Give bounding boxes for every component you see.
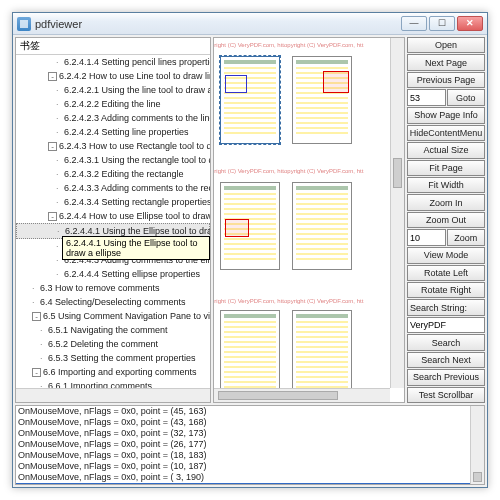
- tree-node[interactable]: ·6.2.4.4.4 Setting ellipse properties: [16, 267, 210, 281]
- search-string-label: Search String:: [407, 299, 485, 315]
- log-vscrollbar[interactable]: [470, 406, 484, 484]
- zoom-in-button[interactable]: Zoom In: [407, 194, 485, 210]
- log-line[interactable]: OnMouseMove, nFlags = 0x0, point = (18, …: [16, 450, 484, 461]
- tree-expand-icon[interactable]: -: [48, 72, 57, 81]
- tree-leaf-icon: ·: [40, 379, 48, 388]
- zoom-input[interactable]: 10: [407, 229, 446, 246]
- search-button[interactable]: Search: [407, 334, 485, 350]
- tree-node[interactable]: ·6.5.2 Deleting the comment: [16, 337, 210, 351]
- doc-hscrollbar[interactable]: [214, 388, 390, 402]
- tree-node[interactable]: -6.2.4.3 How to use Rectangle tool to dr…: [16, 139, 210, 153]
- log-line[interactable]: OnMouseMove, nFlags = 0x0, point = (10, …: [16, 461, 484, 472]
- watermark-text: pyright (C) VeryPDF.com, httopyright (C)…: [214, 298, 363, 304]
- app-icon: [17, 17, 31, 31]
- minimize-button[interactable]: —: [401, 16, 427, 31]
- tree-node[interactable]: ·6.2.4.3.2 Editing the rectangle: [16, 167, 210, 181]
- page-thumbnail[interactable]: [220, 310, 280, 398]
- page-number-input[interactable]: 53: [407, 89, 446, 106]
- tree-node[interactable]: ·6.2.4.2.1 Using the line tool to draw a…: [16, 83, 210, 97]
- tree-leaf-icon: ·: [56, 83, 64, 97]
- page-thumbnail[interactable]: [292, 56, 352, 144]
- tree-node[interactable]: ·6.2.4.2.2 Editing the line: [16, 97, 210, 111]
- search-next-button[interactable]: Search Next: [407, 352, 485, 368]
- test-scrollbar-button[interactable]: Test Scrollbar: [407, 387, 485, 403]
- watermark-text: pyright (C) VeryPDF.com, httopyright (C)…: [214, 42, 363, 48]
- document-view[interactable]: pyright (C) VeryPDF.com, httopyright (C)…: [213, 37, 405, 403]
- goto-button[interactable]: Goto: [447, 89, 486, 106]
- tree-node[interactable]: -6.2.4.4 How to use Ellipse tool to draw…: [16, 209, 210, 223]
- fit-width-button[interactable]: Fit Width: [407, 177, 485, 193]
- tree-node[interactable]: -6.6 Importing and exporting comments: [16, 365, 210, 379]
- log-line[interactable]: OnMouseMove, nFlags = 0x0, point = (32, …: [16, 428, 484, 439]
- tree-leaf-icon: ·: [56, 111, 64, 125]
- tree-leaf-icon: ·: [56, 97, 64, 111]
- tree-leaf-icon: ·: [56, 167, 64, 181]
- window-title: pdfviewer: [35, 18, 401, 30]
- search-input[interactable]: VeryPDF: [407, 317, 485, 333]
- close-button[interactable]: ✕: [457, 16, 483, 31]
- tree-node[interactable]: ·6.2.4.2.3 Adding comments to the line: [16, 111, 210, 125]
- tree-leaf-icon: ·: [40, 323, 48, 337]
- open-button[interactable]: Open: [407, 37, 485, 53]
- page-thumbnail[interactable]: [292, 310, 352, 398]
- titlebar[interactable]: pdfviewer — ☐ ✕: [13, 13, 487, 35]
- tree-expand-icon[interactable]: -: [32, 368, 41, 377]
- tree-leaf-icon: ·: [56, 267, 64, 281]
- view-mode-button[interactable]: View Mode: [407, 247, 485, 263]
- tree-node[interactable]: ·6.2.4.2.4 Setting line properties: [16, 125, 210, 139]
- maximize-button[interactable]: ☐: [429, 16, 455, 31]
- tree-leaf-icon: ·: [56, 181, 64, 195]
- tree-node[interactable]: ·6.5.3 Setting the comment properties: [16, 351, 210, 365]
- tree-leaf-icon: ·: [56, 125, 64, 139]
- tree-node[interactable]: ·6.2.4.3.4 Setting rectangle properties: [16, 195, 210, 209]
- tooltip: 6.2.4.4.1 Using the Ellipse tool to draw…: [62, 236, 210, 260]
- tree-node[interactable]: -6.2.4.2 How to use Line tool to draw li…: [16, 69, 210, 83]
- search-previous-button[interactable]: Search Previous: [407, 369, 485, 385]
- tree-node[interactable]: -6.5 Using Comment Navigation Pane to vi…: [16, 309, 210, 323]
- hide-content-menu-button[interactable]: HideContentMenu: [407, 125, 485, 141]
- tree-expand-icon[interactable]: -: [32, 312, 41, 321]
- tree-node[interactable]: ·6.2.4.1.4 Setting pencil lines properti…: [16, 55, 210, 69]
- zoom-out-button[interactable]: Zoom Out: [407, 212, 485, 228]
- tree-node[interactable]: ·6.2.4.3.3 Adding comments to the recta: [16, 181, 210, 195]
- log-line[interactable]: OnMouseMove, nFlags = 0x0, point = (45, …: [16, 406, 484, 417]
- log-line[interactable]: OnMouseMove, nFlags = 0x0, point = ( 3, …: [16, 472, 484, 483]
- tree-node[interactable]: ·6.6.1 Importing comments: [16, 379, 210, 388]
- tree-node[interactable]: ·6.5.1 Navigating the comment: [16, 323, 210, 337]
- app-window: pdfviewer — ☐ ✕ 书签 ·6.2.4.1.4 Setting pe…: [12, 12, 488, 488]
- tree-leaf-icon: ·: [56, 153, 64, 167]
- tree-leaf-icon: ·: [56, 195, 64, 209]
- tree-expand-icon[interactable]: -: [48, 212, 57, 221]
- doc-vscrollbar[interactable]: [390, 38, 404, 388]
- watermark-text: pyright (C) VeryPDF.com, httopyright (C)…: [214, 168, 363, 174]
- previous-page-button[interactable]: Previous Page: [407, 72, 485, 88]
- actual-size-button[interactable]: Actual Size: [407, 142, 485, 158]
- tree-leaf-icon: ·: [40, 337, 48, 351]
- client-area: 书签 ·6.2.4.1.4 Setting pencil lines prope…: [13, 35, 487, 487]
- log-line[interactable]: OnMouseMove, nFlags = 0x0, point = (26, …: [16, 439, 484, 450]
- tree-node[interactable]: ·6.3 How to remove comments: [16, 281, 210, 295]
- page-thumbnail[interactable]: [292, 182, 352, 270]
- bookmark-tab[interactable]: 书签: [16, 38, 210, 55]
- tree-leaf-icon: ·: [40, 351, 48, 365]
- tree-expand-icon[interactable]: -: [48, 142, 57, 151]
- bookmark-panel: 书签 ·6.2.4.1.4 Setting pencil lines prope…: [15, 37, 211, 403]
- fit-page-button[interactable]: Fit Page: [407, 160, 485, 176]
- page-thumbnail[interactable]: [220, 182, 280, 270]
- page-thumbnail[interactable]: [220, 56, 280, 144]
- rotate-right-button[interactable]: Rotate Right: [407, 282, 485, 298]
- tree-leaf-icon: ·: [32, 281, 40, 295]
- tree-node[interactable]: ·6.2.4.3.1 Using the rectangle tool to d…: [16, 153, 210, 167]
- rotate-left-button[interactable]: Rotate Left: [407, 265, 485, 281]
- bookmark-tree[interactable]: ·6.2.4.1.4 Setting pencil lines properti…: [16, 55, 210, 388]
- tree-node[interactable]: ·6.4 Selecting/Deselecting comments: [16, 295, 210, 309]
- next-page-button[interactable]: Next Page: [407, 54, 485, 70]
- zoom-button[interactable]: Zoom: [447, 229, 486, 246]
- log-panel[interactable]: OnMouseMove, nFlags = 0x0, point = (45, …: [15, 405, 485, 485]
- show-page-info-button[interactable]: Show Page Info: [407, 107, 485, 123]
- tree-hscrollbar[interactable]: [16, 388, 210, 402]
- log-line-selected[interactable]: OnLeave, nFlags = 0x0, point = 1, nFlags…: [16, 483, 484, 485]
- log-line[interactable]: OnMouseMove, nFlags = 0x0, point = (43, …: [16, 417, 484, 428]
- toolbar: Open Next Page Previous Page 53 Goto Sho…: [407, 37, 485, 403]
- tree-leaf-icon: ·: [56, 55, 64, 69]
